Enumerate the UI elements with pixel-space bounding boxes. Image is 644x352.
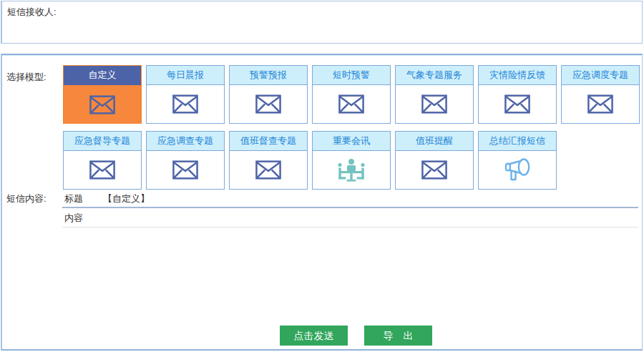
template-row-1: 自定义每日晨报预警预报短时预警气象专题服务灾情险情反馈应急调度专题 xyxy=(63,65,644,124)
envelope-icon xyxy=(89,160,115,180)
template-tile[interactable]: 重要会讯 xyxy=(312,131,391,190)
envelope-icon xyxy=(421,94,447,114)
template-tile-body xyxy=(147,85,224,123)
template-tile[interactable]: 预警预报 xyxy=(229,65,308,124)
title-value: 【自定义】 xyxy=(103,192,150,205)
envelope-icon xyxy=(172,160,198,180)
sms-content-area: 标题 【自定义】 内容 xyxy=(62,191,638,228)
template-tile-label: 值班督查专题 xyxy=(230,132,307,151)
envelope-icon xyxy=(338,94,364,114)
title-row[interactable]: 标题 【自定义】 xyxy=(62,191,638,208)
template-tile-body xyxy=(396,151,473,189)
envelope-icon xyxy=(504,94,530,114)
template-tile[interactable]: 每日晨报 xyxy=(146,65,225,124)
content-placeholder: 内容 xyxy=(64,212,83,223)
template-tile-body xyxy=(562,85,639,123)
model-label: 选择模型: xyxy=(6,71,47,84)
template-tile[interactable]: 灾情险情反馈 xyxy=(478,65,557,124)
template-tile[interactable]: 短时预警 xyxy=(312,65,391,124)
template-tile-label: 每日晨报 xyxy=(147,66,224,85)
title-label: 标题 xyxy=(64,192,83,205)
envelope-icon xyxy=(172,94,198,114)
content-label: 短信内容: xyxy=(6,192,47,205)
recipients-label: 短信接收人: xyxy=(7,6,57,19)
envelope-icon xyxy=(255,160,281,180)
template-tile-body xyxy=(230,151,307,189)
template-tile-label: 应急督导专题 xyxy=(64,132,141,151)
megaphone-icon xyxy=(503,157,532,182)
template-tile-label: 气象专题服务 xyxy=(396,66,473,85)
export-button[interactable]: 导 出 xyxy=(364,326,432,346)
template-tile-label: 预警预报 xyxy=(230,66,307,85)
template-tile-label: 重要会讯 xyxy=(313,132,390,151)
envelope-icon xyxy=(89,95,115,114)
template-tile[interactable]: 总结汇报短信 xyxy=(478,131,557,190)
envelope-icon xyxy=(421,160,447,180)
template-tile-body xyxy=(230,85,307,123)
meeting-icon xyxy=(336,158,367,182)
template-tile-body xyxy=(147,151,224,189)
recipients-panel: 短信接收人: xyxy=(1,1,643,44)
template-row-2: 应急督导专题应急调查专题值班督查专题重要会讯值班提醒总结汇报短信 xyxy=(63,131,561,190)
template-tile[interactable]: 自定义 xyxy=(63,65,142,124)
template-tile-label: 灾情险情反馈 xyxy=(479,66,556,85)
template-tile[interactable]: 应急调查专题 xyxy=(146,131,225,190)
recipients-input[interactable] xyxy=(59,3,640,41)
template-tile-label: 值班提醒 xyxy=(396,132,473,151)
template-tile[interactable]: 气象专题服务 xyxy=(395,65,474,124)
template-tile[interactable]: 应急调度专题 xyxy=(561,65,640,124)
template-tile-body xyxy=(479,151,556,189)
template-tile-body xyxy=(64,85,141,124)
main-panel: 选择模型: 自定义每日晨报预警预报短时预警气象专题服务灾情险情反馈应急调度专题 … xyxy=(1,54,643,351)
envelope-icon xyxy=(587,94,613,114)
template-tile-body xyxy=(313,85,390,123)
template-tile[interactable]: 值班督查专题 xyxy=(229,131,308,190)
content-row[interactable]: 内容 xyxy=(62,208,638,228)
template-tile-label: 自定义 xyxy=(64,66,141,85)
send-button[interactable]: 点击发送 xyxy=(280,326,348,346)
template-tile-label: 应急调度专题 xyxy=(562,66,639,85)
template-tile-label: 总结汇报短信 xyxy=(479,132,556,151)
template-tile[interactable]: 应急督导专题 xyxy=(63,131,142,190)
envelope-icon xyxy=(255,94,281,114)
template-tile-body xyxy=(479,85,556,123)
template-tile-body xyxy=(313,151,390,189)
template-tile-body xyxy=(396,85,473,123)
template-tile[interactable]: 值班提醒 xyxy=(395,131,474,190)
template-tile-label: 短时预警 xyxy=(313,66,390,85)
template-tile-label: 应急调查专题 xyxy=(147,132,224,151)
template-tile-body xyxy=(64,151,141,189)
